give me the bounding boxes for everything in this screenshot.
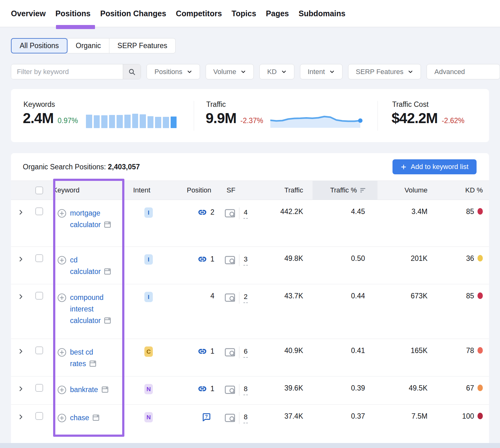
keyword-link[interactable]: compound interest calculator xyxy=(70,292,108,326)
sf-count[interactable]: 3 xyxy=(243,255,248,266)
select-all-checkbox[interactable] xyxy=(35,187,43,194)
tab-position-changes[interactable]: Position Changes xyxy=(100,0,166,27)
tab-overview[interactable]: Overview xyxy=(11,0,46,27)
keywords-bar xyxy=(94,115,100,128)
sf-count[interactable]: 2 xyxy=(243,293,248,303)
keyword-link[interactable]: mortgage calculator xyxy=(70,207,108,231)
keywords-stat-value: 2.4M xyxy=(23,111,53,125)
filter-positions-dropdown[interactable]: Positions xyxy=(147,64,200,79)
row-checkbox[interactable] xyxy=(35,207,43,215)
row-checkbox[interactable] xyxy=(35,412,43,420)
filter-volume-dropdown[interactable]: Volume xyxy=(206,64,254,79)
intent-badge: N xyxy=(144,384,153,394)
serp-preview-icon[interactable] xyxy=(224,292,236,303)
column-header-traffic-pct[interactable]: Traffic % xyxy=(312,181,378,200)
filter-kd-dropdown[interactable]: KD xyxy=(259,64,294,79)
row-checkbox[interactable] xyxy=(35,292,43,300)
row-checkbox[interactable] xyxy=(35,346,43,354)
report-tabs-bar: Overview Positions Position Changes Comp… xyxy=(0,0,500,27)
keywords-bar xyxy=(86,115,92,128)
tab-topics[interactable]: Topics xyxy=(232,0,256,27)
sf-count[interactable]: 4 xyxy=(243,208,248,219)
add-keyword-icon[interactable] xyxy=(57,209,67,231)
position-link-icon[interactable]: ? xyxy=(202,412,211,422)
tab-pages[interactable]: Pages xyxy=(266,0,289,27)
sf-count[interactable]: 6 xyxy=(243,347,248,358)
filter-serp-features-dropdown[interactable]: SERP Features xyxy=(348,64,421,79)
add-keyword-icon[interactable] xyxy=(57,413,67,424)
expand-row-button[interactable] xyxy=(11,292,30,300)
sf-divider xyxy=(239,412,239,424)
expand-row-button[interactable] xyxy=(11,207,30,216)
tab-positions[interactable]: Positions xyxy=(55,0,91,27)
keyword-filter-input[interactable] xyxy=(11,64,123,79)
serp-preview-icon[interactable] xyxy=(224,385,236,395)
keywords-bar-chart xyxy=(86,113,178,128)
volume-value: 3.4M xyxy=(378,207,440,216)
row-checkbox[interactable] xyxy=(35,254,43,262)
serp-preview-icon[interactable] xyxy=(224,255,236,266)
column-header-position[interactable]: Position xyxy=(160,181,215,200)
expand-row-button[interactable] xyxy=(11,346,30,355)
traffic-value: 37.4K xyxy=(256,412,312,421)
expand-row-button[interactable] xyxy=(11,254,30,262)
tab-subdomains[interactable]: Subdomains xyxy=(298,0,345,27)
sort-descending-icon xyxy=(360,187,366,193)
serp-preview-icon[interactable] xyxy=(224,413,236,423)
sf-count[interactable]: 8 xyxy=(243,413,248,423)
chevron-right-icon xyxy=(18,293,24,300)
sf-count[interactable]: 8 xyxy=(243,385,248,395)
filter-advanced-button[interactable]: Advanced xyxy=(427,64,500,79)
column-header-volume[interactable]: Volume xyxy=(378,181,440,200)
traffic-value: 43.7K xyxy=(256,292,312,300)
search-button[interactable] xyxy=(123,64,141,79)
traffic-cost-stat-label: Traffic Cost xyxy=(392,100,428,109)
traffic-cost-stat-change: -2.62% xyxy=(442,117,464,125)
add-to-keyword-list-button[interactable]: Add to keyword list xyxy=(392,159,477,174)
keyword-table-row: bankrate N 1 8 39.6K 0.39 49.5K 67 xyxy=(11,376,489,405)
segment-all-positions[interactable]: All Positions xyxy=(11,38,68,53)
keyword-window-icon[interactable] xyxy=(92,414,100,422)
intent-badge: C xyxy=(144,346,153,357)
keywords-bar xyxy=(155,117,161,128)
keyword-window-icon[interactable] xyxy=(103,221,112,229)
expand-row-button[interactable] xyxy=(11,412,30,420)
add-keyword-icon[interactable] xyxy=(57,293,67,326)
serp-preview-icon[interactable] xyxy=(224,208,236,219)
add-keyword-icon[interactable] xyxy=(57,385,67,396)
add-keyword-icon[interactable] xyxy=(57,348,67,370)
position-link-icon[interactable] xyxy=(198,346,207,356)
position-link-icon[interactable] xyxy=(198,254,207,264)
keyword-window-icon[interactable] xyxy=(103,267,112,276)
add-keyword-icon[interactable] xyxy=(57,256,67,277)
filter-bar: Positions Volume KD Intent SERP Features… xyxy=(11,64,500,79)
column-header-intent[interactable]: Intent xyxy=(124,181,160,200)
row-checkbox[interactable] xyxy=(35,384,43,392)
column-header-sf[interactable]: SF xyxy=(215,181,256,200)
keyword-window-icon[interactable] xyxy=(89,360,97,368)
keywords-bar xyxy=(140,114,146,128)
position-link-icon[interactable] xyxy=(198,207,207,217)
keyword-link[interactable]: best cd rates xyxy=(70,346,108,370)
filter-intent-dropdown[interactable]: Intent xyxy=(300,64,342,79)
column-header-keyword[interactable]: Keyword xyxy=(48,181,124,200)
traffic-value: 49.8K xyxy=(256,254,312,263)
keyword-window-icon[interactable] xyxy=(101,386,109,394)
segment-serp-features[interactable]: SERP Features xyxy=(109,38,176,53)
position-link-icon[interactable] xyxy=(198,384,207,394)
volume-value: 7.5M xyxy=(378,412,440,421)
segment-organic[interactable]: Organic xyxy=(67,38,109,53)
keyword-table-row: compound interest calculator I 4 2 43.7K… xyxy=(11,284,489,339)
keyword-link[interactable]: chase xyxy=(70,412,100,424)
tab-competitors[interactable]: Competitors xyxy=(176,0,222,27)
intent-badge: N xyxy=(144,412,153,422)
column-header-kd[interactable]: KD % xyxy=(440,181,489,200)
column-header-traffic[interactable]: Traffic xyxy=(256,181,312,200)
kd-value: 36 xyxy=(466,254,474,263)
serp-preview-icon[interactable] xyxy=(224,347,236,358)
keyword-window-icon[interactable] xyxy=(103,316,112,325)
keyword-link[interactable]: bankrate xyxy=(70,384,108,396)
expand-row-button[interactable] xyxy=(11,384,30,392)
keyword-link[interactable]: cd calculator xyxy=(70,254,108,277)
traffic-pct-value: 4.45 xyxy=(312,207,378,216)
